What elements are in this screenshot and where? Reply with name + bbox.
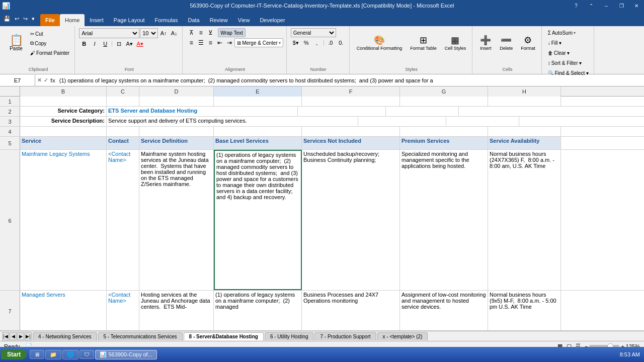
tab-insert[interactable]: Insert [85,14,109,26]
cell-g6[interactable]: Specialized monitoring and management sp… [400,150,488,290]
dollar-btn[interactable]: $▾ [291,38,301,47]
increase-font-btn[interactable]: A↑ [158,29,169,38]
sheet-tab-telecom[interactable]: 5 - Telecommunications Services [98,332,183,340]
clear-button[interactable]: 🗑 Clear ▾ [546,48,572,57]
cell-c7[interactable]: <Contact Name> [107,291,139,330]
merge-center-button[interactable]: ⊞ Merge & Center ▾ [234,38,283,47]
cell-c3[interactable]: Service support and delivery of ETS comp… [107,117,358,126]
font-size-select[interactable]: 10 [140,28,158,38]
comma-btn[interactable]: , [312,38,322,47]
window-restore-btn[interactable]: ❐ [614,0,629,11]
cell-b1[interactable] [20,97,107,106]
col-header-b[interactable]: B [20,86,107,97]
cell-f4[interactable] [302,127,400,136]
decrease-decimal-btn[interactable]: 0. [336,38,346,47]
bold-button[interactable]: B [79,39,89,48]
cancel-formula-icon[interactable]: ✕ [37,77,42,83]
col-header-c[interactable]: C [107,86,139,97]
sheet-tab-networking[interactable]: 4 - Networking Services [33,332,97,340]
cell-c2[interactable]: ETS Server and Database Hosting [107,107,298,116]
tab-view[interactable]: View [233,14,255,26]
font-color-button[interactable]: A▾ [135,39,145,48]
cell-d5[interactable]: Service Definition [139,137,214,149]
cell-g4[interactable] [400,127,488,136]
insert-cells-button[interactable]: ➕ Insert [476,28,495,57]
align-bottom-btn[interactable]: ⊻ [206,29,215,37]
conditional-formatting-button[interactable]: 🎨 Conditional Formatting [354,28,406,57]
cell-g5[interactable]: Premium Services [400,137,488,149]
cell-f7[interactable]: Business Processes and 24X7 Operations m… [302,291,400,330]
cell-d6[interactable]: Mainframe system hosting services at the… [139,150,214,290]
borders-button[interactable]: ⊡ [114,39,124,48]
cell-c4[interactable] [107,127,139,136]
sort-filter-button[interactable]: ↕ Sort & Filter ▾ [546,58,584,67]
tab-data[interactable]: Data [183,14,204,26]
col-header-e[interactable]: E [214,86,302,97]
tab-page-layout[interactable]: Page Layout [109,14,150,26]
cell-c5[interactable]: Contact [107,137,139,149]
fill-color-button[interactable]: A▾ [124,39,134,48]
indent-increase-btn[interactable]: ⇥ [225,39,234,47]
cell-h4[interactable] [488,127,561,136]
cell-g7[interactable]: Assignment of low-cost monitoring and ma… [400,291,488,330]
cell-b2[interactable]: Service Category: [20,107,107,116]
wrap-text-button[interactable]: Wrap Text [218,28,246,37]
cell-reference-box[interactable] [0,75,35,86]
col-header-d[interactable]: D [139,86,214,97]
align-middle-btn[interactable]: ≡ [196,29,205,37]
customize-quick-btn[interactable]: ▾ [30,15,36,23]
cell-d1[interactable] [139,97,214,106]
cell-e4[interactable] [214,127,302,136]
cell-d7[interactable]: Hosting services at the Juneau and Ancho… [139,291,214,330]
cell-h2[interactable] [386,107,459,116]
cell-d4[interactable] [139,127,214,136]
excel-help-btn[interactable]: ? [569,0,584,11]
window-close-btn[interactable]: ✕ [629,0,644,11]
cell-f1[interactable] [302,97,400,106]
cell-h5[interactable]: Service Availability [488,137,561,149]
cell-f5[interactable]: Services Not Included [302,137,400,149]
increase-decimal-btn[interactable]: .0 [326,38,336,47]
cut-button[interactable]: ✂ Cut [28,29,71,38]
underline-button[interactable]: U [100,39,110,48]
cell-h6[interactable]: Normal business hours (24X7X365) F, 8:00… [488,150,561,290]
cell-b3[interactable]: Service Description: [20,117,107,126]
taskbar-excel-item[interactable]: 📊 563900-Copy of... [95,350,157,359]
cell-h1[interactable] [488,97,561,106]
copy-button[interactable]: ⧉ Copy [28,39,71,48]
sheet-tab-template[interactable]: x - <template> (2) [377,332,428,340]
undo-quick-btn[interactable]: ↩ [13,15,21,23]
cell-h3[interactable] [446,117,519,126]
sheet-tab-utility[interactable]: 6 - Utility Hosting [265,332,314,340]
format-cells-button[interactable]: ⚙ Format [518,28,538,57]
align-top-btn[interactable]: ⊼ [187,29,196,37]
tab-formulas[interactable]: Formulas [150,14,183,26]
delete-cells-button[interactable]: ➖ Delete [497,28,516,57]
cell-e1[interactable] [214,97,302,106]
cell-b6[interactable]: Mainframe Legacy Systems [20,150,107,290]
align-right-btn[interactable]: ≡ [206,39,215,47]
tab-file[interactable]: File [40,14,60,26]
taskbar-icon-4[interactable]: 🛡 [79,350,94,359]
cell-b5[interactable]: Service [20,137,107,149]
decrease-font-btn[interactable]: A↓ [169,29,179,38]
insert-function-icon[interactable]: fx [50,77,55,83]
taskbar-icon-2[interactable]: 📁 [45,350,61,359]
tab-developer[interactable]: Developer [255,14,290,26]
save-quick-btn[interactable]: 💾 [2,15,12,23]
cell-f6[interactable]: Unscheduled backup/recovery; Business Co… [302,150,400,290]
taskbar-icon-1[interactable]: 🖥 [30,350,44,359]
sheet-tab-server[interactable]: 8 - Server&Database Hosting [184,332,264,340]
col-header-f[interactable]: F [302,86,400,97]
formula-input[interactable] [57,75,644,86]
cell-e5[interactable]: Base Level Services [214,137,302,149]
cell-b7[interactable]: Managed Servers [20,291,107,330]
indent-decrease-btn[interactable]: ⇤ [215,39,224,47]
sheet-nav-next[interactable]: ▶ [17,332,24,340]
cell-g2[interactable] [298,107,386,116]
sheet-nav-first[interactable]: |◀ [2,332,9,340]
window-minimize-btn[interactable]: – [599,0,614,11]
col-header-h[interactable]: H [488,86,561,97]
number-format-select[interactable]: General [291,28,336,37]
format-painter-button[interactable]: 🖌 Format Painter [28,48,71,57]
